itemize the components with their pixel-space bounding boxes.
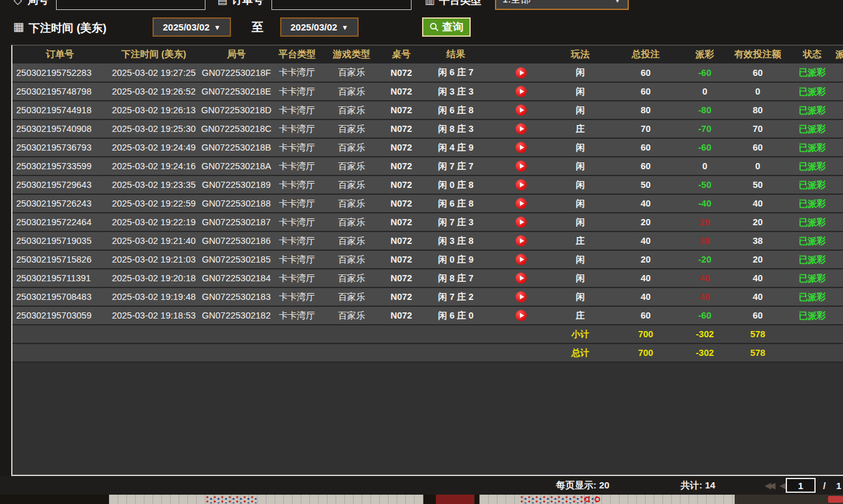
game-ui-fragment (595, 497, 600, 502)
orders-table-panel: 订单号下注时间 (美东)局号平台类型游戏类型桌号结果玩法总投注派彩有效投注额状态… (11, 45, 843, 476)
total-cell (272, 343, 322, 362)
result-cell: 闲 6 庄 8 (422, 194, 490, 213)
game-type-cell: 百家乐 (322, 213, 381, 231)
subtotal-row: 小计700-302578 (12, 325, 843, 343)
platform-cell: 卡卡湾厅 (272, 82, 322, 101)
play-video-button[interactable] (516, 105, 527, 116)
play-video-button[interactable] (516, 67, 527, 78)
platform-filter-label: 平台类型 (439, 0, 481, 7)
total-cell (381, 325, 422, 343)
order-cell: 250302195733599 (12, 157, 107, 175)
bet-time-cell: 2025-03-02 19:20:18 (107, 269, 200, 287)
play-video-button[interactable] (516, 291, 527, 302)
search-button[interactable]: 查询 (422, 17, 471, 37)
play-video-button[interactable] (516, 273, 527, 284)
table-row: 2503021957030592025-03-02 19:18:53GN0722… (12, 306, 843, 325)
play-video-button[interactable] (516, 310, 527, 321)
extra-cell (836, 157, 843, 175)
total-cell (272, 325, 322, 343)
table-no-cell: N072 (381, 63, 422, 82)
total-cell (381, 343, 422, 362)
round-cell: GN0722530218C (200, 119, 272, 138)
platform-type-select[interactable]: 1.全部 ▼ (495, 0, 629, 10)
prev-page-button[interactable]: ◀ (779, 480, 784, 490)
payout-cell: -40 (683, 194, 727, 213)
play-icon (520, 276, 524, 281)
result-cell: 闲 6 庄 0 (422, 306, 490, 325)
result-video-cell (490, 213, 552, 231)
play-video-button[interactable] (516, 235, 527, 246)
round-cell: GN07225302186 (200, 231, 272, 250)
play-video-button[interactable] (516, 142, 527, 153)
result-cell: 闲 7 庄 2 (422, 287, 490, 306)
table-no-cell: N072 (381, 213, 422, 231)
column-header: 派彩时间 (836, 45, 843, 63)
column-header (490, 45, 552, 63)
first-page-button[interactable]: ◀◀ (765, 480, 773, 490)
play-video-button[interactable] (516, 123, 527, 134)
table-no-cell: N072 (381, 119, 422, 138)
bet-type-cell: 闲 (552, 101, 608, 119)
cards-icon: ▥ (425, 0, 435, 7)
bet-type-cell: 闲 (552, 82, 608, 101)
order-number-input[interactable] (271, 0, 412, 10)
round-cell: GN07225302189 (200, 175, 272, 194)
extra-cell (836, 119, 843, 138)
total-cell (107, 343, 200, 362)
payout-cell: -60 (683, 138, 727, 157)
valid-bet-cell: 40 (727, 269, 789, 287)
result-video-cell (490, 287, 552, 306)
column-header: 状态 (789, 45, 836, 63)
result-video-cell (490, 269, 552, 287)
play-video-button[interactable] (516, 254, 527, 265)
extra-cell (836, 194, 843, 213)
platform-cell: 卡卡湾厅 (272, 213, 322, 231)
status-cell: 已派彩 (789, 63, 836, 82)
result-cell: 闲 6 庄 8 (422, 101, 490, 119)
result-cell: 闲 6 庄 7 (422, 63, 490, 82)
game-type-cell: 百家乐 (322, 82, 381, 101)
status-cell: 已派彩 (789, 138, 836, 157)
result-video-cell (490, 138, 552, 157)
platform-cell: 卡卡湾厅 (272, 250, 322, 269)
bet-time-cell: 2025-03-02 19:26:52 (107, 82, 200, 101)
column-header: 结果 (422, 45, 490, 63)
total-bet-cell: 40 (608, 231, 683, 250)
table-row: 2503021957335992025-03-02 19:24:16GN0722… (12, 157, 843, 175)
play-video-button[interactable] (516, 179, 527, 190)
result-video-cell (490, 175, 552, 194)
round-number-input[interactable] (56, 0, 205, 10)
date-from-picker[interactable]: 2025/03/02 ▼ (153, 17, 231, 37)
play-video-button[interactable] (516, 161, 527, 172)
order-cell: 250302195748798 (12, 82, 107, 101)
play-video-button[interactable] (516, 217, 527, 228)
valid-bet-cell: 0 (727, 157, 789, 175)
order-filter-label: 订单号 (232, 0, 263, 7)
bet-type-cell: 闲 (552, 175, 608, 194)
play-video-button[interactable] (516, 198, 527, 209)
total-cell (836, 343, 843, 362)
total-cell: 578 (727, 325, 789, 343)
round-cell: GN07225302184 (200, 269, 272, 287)
play-icon (520, 70, 524, 75)
game-type-cell: 百家乐 (322, 101, 381, 119)
total-cell (12, 325, 107, 343)
bet-time-cell: 2025-03-02 19:25:30 (107, 119, 200, 138)
date-to-picker[interactable]: 2025/03/02 ▼ (280, 17, 359, 37)
status-cell: 已派彩 (789, 119, 836, 138)
round-cell: GN07225302183 (200, 287, 272, 306)
page-number-input[interactable]: 1 (786, 478, 816, 493)
play-icon (520, 238, 524, 243)
play-icon (520, 257, 524, 262)
payout-cell: -60 (683, 306, 727, 325)
total-bet-cell: 40 (608, 194, 683, 213)
result-video-cell (490, 119, 552, 138)
extra-cell (836, 101, 843, 119)
extra-cell (836, 175, 843, 194)
play-icon (520, 201, 524, 206)
list-icon: ▤ (217, 0, 227, 7)
valid-bet-cell: 40 (727, 194, 789, 213)
play-video-button[interactable] (516, 86, 527, 97)
valid-bet-cell: 20 (727, 250, 789, 269)
game-ui-fragment (828, 496, 843, 503)
